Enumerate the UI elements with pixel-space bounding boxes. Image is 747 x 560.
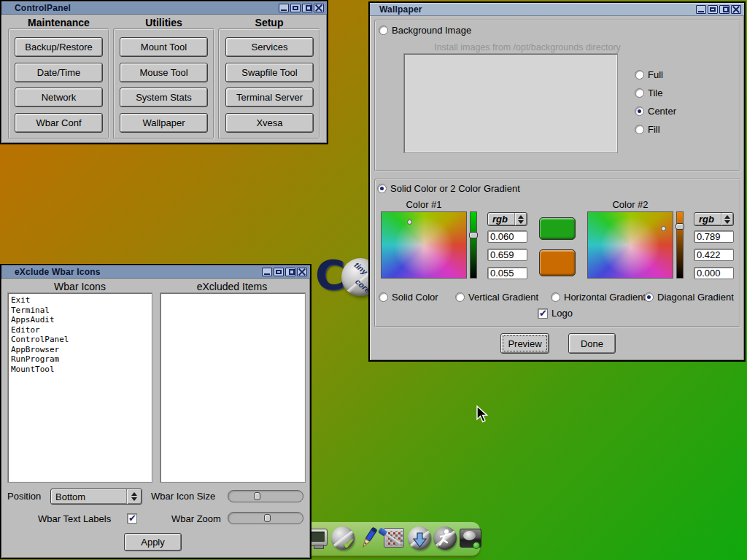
list-item[interactable]: Terminal <box>11 306 149 316</box>
services-button[interactable]: Services <box>225 37 314 57</box>
vertical-gradient-radio[interactable] <box>455 292 465 302</box>
wbar-conf-button[interactable]: Wbar Conf <box>15 113 103 133</box>
wbar-zoom-handle[interactable] <box>264 514 271 522</box>
xvesa-button[interactable]: Xvesa <box>225 113 314 133</box>
maximize-button[interactable] <box>290 4 301 12</box>
list-item[interactable]: Editor <box>11 325 149 335</box>
run-program-icon[interactable] <box>433 524 457 552</box>
mode-full-radio[interactable] <box>635 70 644 79</box>
color1-g-field[interactable]: 0.659 <box>487 249 527 261</box>
mode-center-radio[interactable] <box>635 106 644 116</box>
mode-center-label: Center <box>648 106 676 117</box>
color2-swatch <box>539 249 576 276</box>
swapfile-tool-button[interactable]: Swapfile Tool <box>225 63 314 82</box>
color2-value-slider[interactable] <box>676 211 684 279</box>
shade-button[interactable] <box>285 268 295 276</box>
maximize-button[interactable] <box>274 268 284 276</box>
color1-swatch <box>539 217 576 240</box>
minimize-button[interactable] <box>696 5 706 14</box>
minimize-button[interactable] <box>262 268 272 276</box>
mode-fill-radio[interactable] <box>635 125 644 134</box>
mode-tile-label: Tile <box>648 88 662 98</box>
network-button[interactable]: Network <box>15 88 103 107</box>
color1-b-field[interactable]: 0.055 <box>487 267 527 279</box>
close-button[interactable] <box>731 5 741 14</box>
mode-full-label: Full <box>648 69 663 80</box>
minimize-button[interactable] <box>279 4 289 12</box>
color1-hue-marker[interactable] <box>407 219 412 225</box>
logo-label: Logo <box>551 308 573 319</box>
color1-label: Color #1 <box>381 199 467 210</box>
color2-b-field[interactable]: 0.000 <box>694 267 734 279</box>
position-choice[interactable]: Bottom <box>50 489 142 505</box>
background-image-list[interactable] <box>403 53 618 153</box>
close-button[interactable] <box>297 268 307 276</box>
terminal-server-button[interactable]: Terminal Server <box>225 88 314 107</box>
date-time-button[interactable]: Date/Time <box>15 63 103 82</box>
color2-mode-value: rgb <box>694 214 721 225</box>
mount-tool-icon[interactable] <box>458 524 483 552</box>
list-item[interactable]: RunProgram <box>11 354 149 365</box>
color1-mode-choice[interactable]: rgb <box>487 212 527 226</box>
excluded-items-list[interactable] <box>160 292 306 483</box>
column-header-setup: Setup <box>218 17 320 28</box>
tinycore-logo-c: C <box>315 257 345 293</box>
exclude-titlebar[interactable]: eXclude Wbar Icons <box>1 265 310 279</box>
control-panel-icon[interactable] <box>382 524 406 552</box>
wallpaper-titlebar[interactable]: Wallpaper <box>370 3 744 16</box>
apps-audit-icon[interactable]: ✔ <box>330 524 355 552</box>
close-button[interactable] <box>314 4 324 12</box>
exclude-title: eXclude Wbar Icons <box>1 267 101 277</box>
preview-button[interactable]: Preview <box>500 333 549 354</box>
control-panel-titlebar[interactable]: ControlPanel <box>1 1 327 15</box>
solid-color-radio[interactable] <box>379 292 388 302</box>
color2-hue-marker[interactable] <box>661 226 666 231</box>
list-item[interactable]: Exit <box>11 295 149 306</box>
color2-r-field[interactable]: 0.789 <box>694 230 734 243</box>
list-item[interactable]: ControlPanel <box>11 335 149 345</box>
control-panel-window: ControlPanel Maintenance Utilities Setup… <box>0 0 328 144</box>
done-button[interactable]: Done <box>568 333 616 354</box>
column-header-maintenance: Maintenance <box>8 17 109 28</box>
wbar-icons-header: Wbar Icons <box>7 281 152 292</box>
mount-tool-button[interactable]: Mount Tool <box>120 37 208 57</box>
color2-label: Color #2 <box>587 199 673 210</box>
list-item[interactable]: AppsAudit <box>11 315 149 325</box>
horizontal-gradient-label: Horizontal Gradient <box>564 292 646 303</box>
color2-mode-choice[interactable]: rgb <box>694 212 734 226</box>
horizontal-gradient-radio[interactable] <box>551 292 560 302</box>
wbar-icons-list[interactable]: Exit Terminal AppsAudit Editor ControlPa… <box>7 292 152 483</box>
maximize-button[interactable] <box>708 5 718 14</box>
list-item[interactable]: AppBrowser <box>11 345 149 355</box>
color1-r-field[interactable]: 0.060 <box>487 230 527 243</box>
editor-pen-icon[interactable] <box>356 524 381 552</box>
color2-g-field[interactable]: 0.422 <box>694 249 734 261</box>
app-browser-icon[interactable] <box>407 524 432 552</box>
color1-hue-box[interactable] <box>381 211 467 279</box>
mouse-tool-button[interactable]: Mouse Tool <box>120 63 208 82</box>
wbar-icon-size-label: Wbar Icon Size <box>151 491 215 502</box>
solid-color-gradient-radio[interactable] <box>377 184 387 193</box>
color1-value-slider[interactable] <box>470 211 477 279</box>
apply-button[interactable]: Apply <box>124 533 182 551</box>
mode-tile-radio[interactable] <box>635 88 644 98</box>
mode-fill-label: Fill <box>648 124 660 135</box>
color2-value-handle[interactable] <box>676 223 684 230</box>
wbar-icon-size-handle[interactable] <box>254 492 260 500</box>
list-item[interactable]: MountTool <box>11 365 149 375</box>
system-stats-button[interactable]: System Stats <box>120 88 208 107</box>
wallpaper-button[interactable]: Wallpaper <box>120 113 208 133</box>
wbar-text-labels-checkbox[interactable] <box>127 513 137 524</box>
logo-checkbox[interactable] <box>538 308 548 319</box>
background-image-radio[interactable] <box>379 26 388 35</box>
color1-value-handle[interactable] <box>469 232 478 238</box>
backup-restore-button[interactable]: Backup/Restore <box>15 37 103 57</box>
shade-button[interactable] <box>302 4 312 12</box>
wallpaper-window: Wallpaper Background Image Install image… <box>368 1 746 362</box>
diagonal-gradient-radio[interactable] <box>644 292 654 302</box>
wbar-text-labels-label: Wbar Text Labels <box>38 513 111 524</box>
wbar-zoom-slider[interactable] <box>228 512 303 524</box>
shade-button[interactable] <box>719 5 729 14</box>
wbar-icon-size-slider[interactable] <box>228 490 303 502</box>
color2-hue-box[interactable] <box>587 211 673 279</box>
